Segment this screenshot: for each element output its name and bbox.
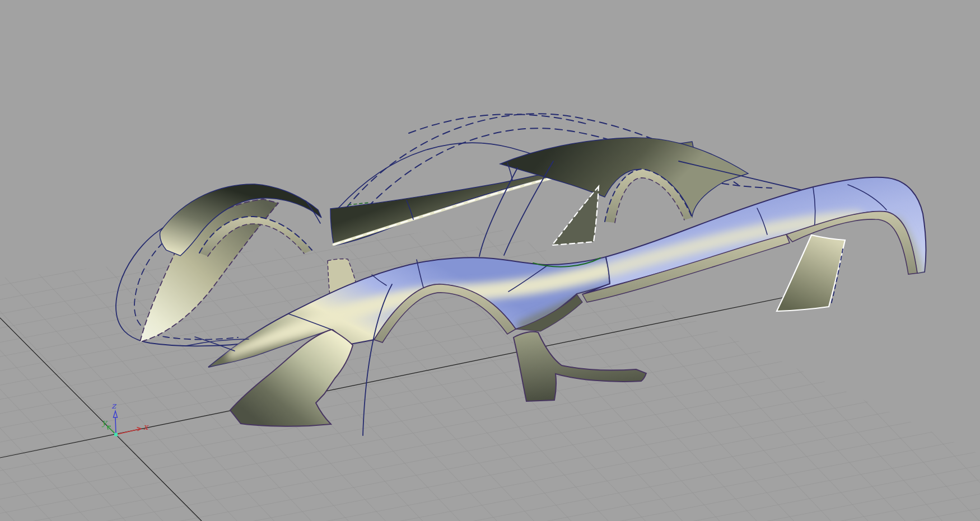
origin-point-marker — [114, 433, 118, 436]
cad-viewport: x y z — [0, 0, 980, 521]
z-axis-arrow — [115, 417, 116, 434]
viewport-canvas[interactable]: x y z — [0, 0, 980, 521]
